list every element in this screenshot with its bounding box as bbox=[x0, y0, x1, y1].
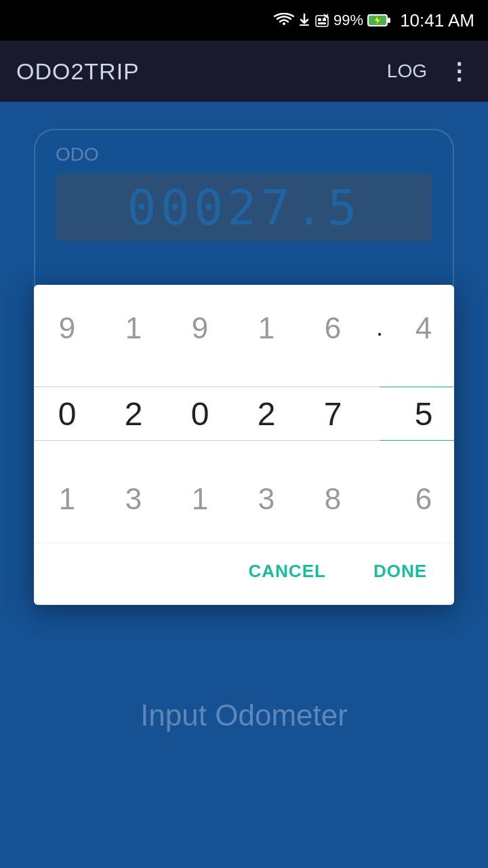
digit-3-1: 2 bbox=[233, 371, 300, 456]
status-icons: 99% 10:41 AM bbox=[274, 10, 474, 31]
digit-3-0: 1 bbox=[233, 285, 300, 371]
battery-icon bbox=[367, 13, 392, 28]
digit-1-1: 2 bbox=[100, 371, 167, 456]
status-bar: 99% 10:41 AM bbox=[0, 0, 488, 41]
svg-rect-2 bbox=[318, 18, 321, 21]
dialog-buttons: CANCEL DONE bbox=[34, 542, 454, 605]
svg-rect-0 bbox=[300, 24, 309, 26]
wifi-icon bbox=[274, 13, 294, 28]
log-button[interactable]: LOG bbox=[387, 60, 427, 82]
digit-2-2: 1 bbox=[167, 456, 233, 542]
picker-column-2[interactable]: 9 0 1 bbox=[167, 285, 233, 542]
picker-column-3[interactable]: 1 2 3 bbox=[233, 285, 300, 542]
digit-0-2: 1 bbox=[34, 456, 100, 542]
app-background: ODO 00027.5 Input Odometer 9 0 1 1 bbox=[0, 102, 488, 868]
app-title: ODO2TRIP bbox=[16, 58, 140, 85]
sim-icon bbox=[314, 13, 329, 28]
cancel-button[interactable]: CANCEL bbox=[242, 554, 333, 589]
picker-column-5[interactable]: 4 5 6 bbox=[393, 285, 454, 542]
digit-2-0: 9 bbox=[167, 285, 233, 371]
decimal-dot: . bbox=[366, 285, 393, 370]
digit-0-0: 9 bbox=[34, 285, 100, 371]
digit-4-2: 8 bbox=[300, 456, 366, 542]
digit-5-2: 6 bbox=[393, 456, 454, 542]
download-icon bbox=[298, 13, 310, 28]
picker-area[interactable]: 9 0 1 1 2 3 9 0 1 1 bbox=[34, 285, 454, 542]
digit-4-0: 6 bbox=[300, 285, 366, 371]
picker-columns: 9 0 1 1 2 3 9 0 1 1 bbox=[34, 285, 454, 542]
digit-5-0: 4 bbox=[393, 285, 454, 371]
toolbar: ODO2TRIP LOG ⋮ bbox=[0, 41, 488, 102]
digit-2-1: 0 bbox=[167, 371, 233, 456]
svg-rect-8 bbox=[388, 18, 390, 23]
picker-column-1[interactable]: 1 2 3 bbox=[100, 285, 167, 542]
battery-percent: 99% bbox=[333, 12, 363, 29]
svg-rect-3 bbox=[323, 18, 326, 21]
digit-0-1: 0 bbox=[34, 371, 100, 456]
digit-5-1: 5 bbox=[393, 371, 454, 456]
svg-rect-4 bbox=[318, 22, 326, 24]
digit-4-1: 7 bbox=[300, 371, 366, 456]
status-time: 10:41 AM bbox=[400, 10, 474, 31]
svg-rect-1 bbox=[316, 16, 328, 26]
done-button[interactable]: DONE bbox=[367, 554, 434, 589]
digit-3-2: 3 bbox=[233, 456, 300, 542]
menu-button[interactable]: ⋮ bbox=[447, 58, 472, 85]
number-picker-dialog: 9 0 1 1 2 3 9 0 1 1 bbox=[34, 285, 454, 605]
picker-column-4[interactable]: 6 7 8 bbox=[300, 285, 366, 542]
picker-column-0[interactable]: 9 0 1 bbox=[34, 285, 100, 542]
toolbar-actions: LOG ⋮ bbox=[387, 58, 472, 85]
digit-1-2: 3 bbox=[100, 456, 167, 542]
digit-1-0: 1 bbox=[100, 285, 167, 371]
